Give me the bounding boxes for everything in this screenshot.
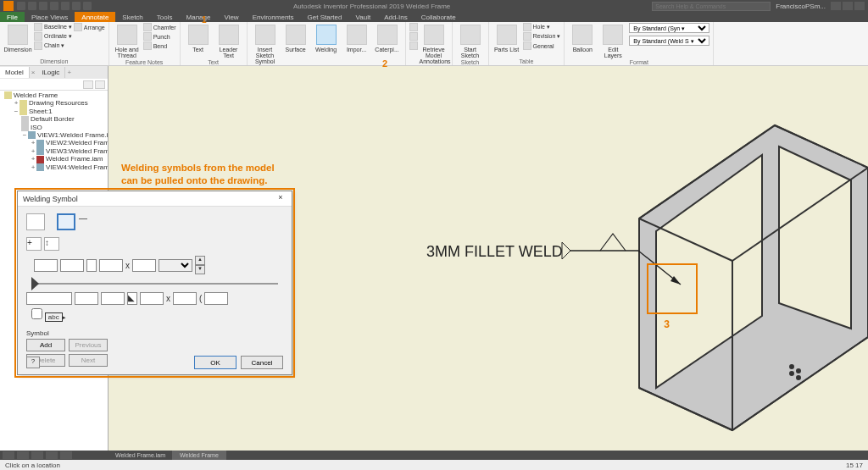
move-up-button[interactable]: ▲ xyxy=(195,256,205,265)
bend-button[interactable]: Bend xyxy=(143,41,176,50)
symbol-previous-button[interactable]: Previous xyxy=(69,339,108,351)
tab-addins[interactable]: Add-Ins xyxy=(377,12,415,22)
weld-combo[interactable] xyxy=(159,259,192,272)
tree-item: ISO xyxy=(18,124,107,131)
browser-filter-icon[interactable] xyxy=(95,80,105,89)
doc-tab-active[interactable]: Welded Frame xyxy=(173,451,226,460)
surface-button[interactable]: Surface xyxy=(281,23,310,53)
general-button[interactable]: General xyxy=(523,41,561,50)
leader-text-button[interactable]: Leader Text xyxy=(214,23,243,58)
tab-annotate[interactable]: Annotate xyxy=(75,12,115,22)
qat-new-icon[interactable] xyxy=(17,2,25,10)
qat-save-icon[interactable] xyxy=(39,2,47,10)
tab-manage[interactable]: Manage xyxy=(180,12,218,22)
qat-redo-icon[interactable] xyxy=(61,2,70,10)
all-around-checkbox[interactable] xyxy=(31,308,42,319)
move-down-button[interactable]: ▼ xyxy=(195,265,205,274)
qat-more-icon[interactable] xyxy=(83,2,92,10)
weld-field[interactable] xyxy=(99,259,123,272)
tab-view[interactable]: View xyxy=(217,12,245,22)
tutorial-highlight-box xyxy=(647,263,698,314)
stagger-tool[interactable]: + xyxy=(26,237,42,251)
tree-item: +Drawing Resources xyxy=(9,99,107,107)
dialog-close-button[interactable]: × xyxy=(275,193,287,205)
tab-vault[interactable]: Vault xyxy=(348,12,377,22)
weld-symbol-form-top: x ▲▼ xyxy=(26,256,283,274)
tree-item: +VIEW4:Welded Frame.iam xyxy=(26,163,107,171)
nav-bar-icon[interactable] xyxy=(46,451,58,459)
sketch-small-icon xyxy=(409,23,418,31)
edit-layers-button[interactable]: Edit Layers xyxy=(598,23,627,58)
dialog-cancel-button[interactable]: Cancel xyxy=(241,356,283,369)
dialog-help-button[interactable]: ? xyxy=(26,357,40,368)
minimize-button[interactable] xyxy=(831,2,841,10)
hole-thread-button[interactable]: Hole and Thread xyxy=(113,23,142,58)
chain-button[interactable]: Chain ▾ xyxy=(34,41,72,50)
browser-tree[interactable]: Welded Frame +Drawing Resources −Sheet:1… xyxy=(0,91,108,172)
tab-environments[interactable]: Environments xyxy=(246,12,301,22)
browser-search-icon[interactable] xyxy=(83,80,93,89)
start-sketch-button[interactable]: Start Sketch xyxy=(456,23,485,58)
tab-file[interactable]: File xyxy=(0,12,25,22)
qat-home-icon[interactable] xyxy=(72,2,81,10)
punch-button[interactable]: Punch xyxy=(143,32,176,41)
weld-field[interactable] xyxy=(60,259,84,272)
qat-undo-icon[interactable] xyxy=(50,2,58,10)
weld-leg-field[interactable] xyxy=(26,292,72,305)
revision-icon xyxy=(523,32,531,41)
arrow-side-tool[interactable] xyxy=(26,213,45,230)
insert-sketch-symbol-button[interactable]: Insert Sketch Symbol xyxy=(251,23,280,64)
weld-field[interactable] xyxy=(101,292,125,305)
layer-style-combo[interactable]: By Standard (Syn ▾ xyxy=(629,23,709,33)
help-search-input[interactable] xyxy=(652,2,771,11)
browser-tab-model[interactable]: Model xyxy=(0,67,30,78)
balloon-button[interactable]: Balloon xyxy=(568,23,597,53)
qat-open-icon[interactable] xyxy=(28,2,36,10)
close-window-button[interactable] xyxy=(854,2,865,10)
tab-get-started[interactable]: Get Started xyxy=(301,12,349,22)
contour-select[interactable] xyxy=(86,259,97,272)
maximize-button[interactable] xyxy=(843,2,853,10)
weld-field[interactable] xyxy=(75,292,98,305)
arrange-button[interactable]: Arrange xyxy=(74,23,105,31)
user-name[interactable]: FranciscoPSm... xyxy=(776,3,826,10)
dimension-button[interactable]: Dimension xyxy=(3,23,32,53)
retrieve-icon xyxy=(424,25,444,45)
tab-collaborate[interactable]: Collaborate xyxy=(415,12,463,22)
nav-bar-icon[interactable] xyxy=(60,451,72,459)
weld-field[interactable] xyxy=(132,259,156,272)
chamfer-button[interactable]: Chamfer xyxy=(143,23,176,31)
arrange-icon xyxy=(74,23,82,31)
nav-bar-icon[interactable] xyxy=(31,451,43,459)
quick-access-toolbar[interactable] xyxy=(17,2,92,10)
weld-field[interactable] xyxy=(140,292,164,305)
object-style-combo[interactable]: By Standard (Weld S ▾ xyxy=(629,36,709,46)
weld-field[interactable] xyxy=(204,292,228,305)
caterpillar-button[interactable]: Caterpi... xyxy=(373,23,402,53)
weld-field[interactable] xyxy=(173,292,197,305)
tab-sketch[interactable]: Sketch xyxy=(115,12,149,22)
dialog-ok-button[interactable]: OK xyxy=(194,356,236,369)
contour-select[interactable]: ◣ xyxy=(127,292,137,305)
hole-table-button[interactable]: Hole ▾ xyxy=(523,23,561,31)
tab-place-views[interactable]: Place Views xyxy=(25,12,75,22)
swap-tool[interactable]: ↕ xyxy=(44,237,59,251)
weld-field[interactable] xyxy=(34,259,58,272)
nav-bar-icon[interactable] xyxy=(3,451,14,459)
document-tab-bar: Welded Frame.iam Welded Frame xyxy=(0,451,868,460)
symbol-add-button[interactable]: Add xyxy=(26,339,65,351)
welding-button[interactable]: Welding xyxy=(312,23,341,53)
ordinate-button[interactable]: Ordinate ▾ xyxy=(34,32,72,41)
tab-tools[interactable]: Tools xyxy=(150,12,180,22)
import-button[interactable]: Impor... xyxy=(342,23,371,53)
text-button[interactable]: Text xyxy=(184,23,213,53)
revision-button[interactable]: Revision ▾ xyxy=(523,32,561,41)
doc-tab[interactable]: Welded Frame.iam xyxy=(108,451,173,460)
baseline-button[interactable]: Baseline ▾ xyxy=(34,23,72,31)
browser-tab-ilogic[interactable]: iLogic xyxy=(36,67,65,78)
parts-list-button[interactable]: Parts List xyxy=(492,23,521,53)
nav-bar-icon[interactable] xyxy=(17,451,29,459)
retrieve-model-annotations-button[interactable]: Retrieve Model Annotations xyxy=(420,23,448,64)
tree-item: −Sheet:1 xyxy=(9,108,107,115)
identification-line-tool[interactable] xyxy=(57,213,75,230)
